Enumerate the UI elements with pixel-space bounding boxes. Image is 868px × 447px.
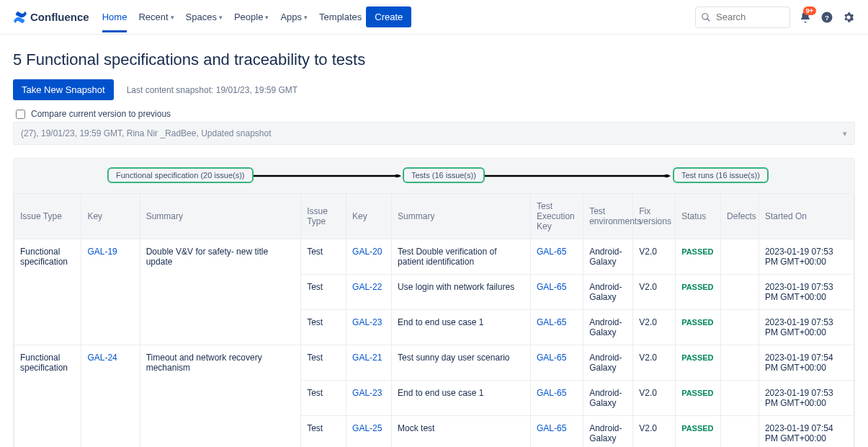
test-env: Android-Galaxy [583,345,633,381]
th-key2[interactable]: Key [346,194,392,239]
test-env: Android-Galaxy [583,239,633,275]
th-summary[interactable]: Summary [140,194,300,239]
status-badge: PASSED [681,353,713,362]
status-cell: PASSED [676,416,721,448]
test-exec-key-link[interactable]: GAL-65 [537,388,566,398]
page-title: 5 Functional specifications and traceabi… [13,50,855,69]
compare-checkbox-row[interactable]: Compare current version to previous [13,109,855,119]
pill-row: Functional specification (20 issue(s)) T… [14,159,854,193]
th-testexec[interactable]: Test Execution Key [531,194,583,239]
defects [721,345,759,381]
test-key-link[interactable]: GAL-23 [352,388,382,398]
nav-item-recent[interactable]: Recent▾ [138,1,174,32]
th-issuetype2[interactable]: Issue Type [301,194,346,239]
status-badge: PASSED [681,389,713,397]
nav-item-people[interactable]: People▾ [234,1,269,32]
test-key-link[interactable]: GAL-23 [352,317,382,327]
spec-summary: Timeout and network recovery mechanism [140,345,300,448]
test-exec-key[interactable]: GAL-65 [531,416,583,448]
spec-key[interactable]: GAL-19 [81,239,140,345]
page-content: 5 Functional specifications and traceabi… [0,35,868,447]
take-snapshot-button[interactable]: Take New Snapshot [13,79,114,100]
brand[interactable]: Confluence [13,10,89,25]
th-fixver[interactable]: Fix versions [633,194,676,239]
nav-item-label: People [234,12,263,22]
notifications-button[interactable]: 9+ [799,11,812,24]
th-defects[interactable]: Defects [721,194,759,239]
nav-item-label: Recent [138,12,168,22]
pill-funcspec: Functional specification (20 issue(s)) [107,167,254,183]
table-row: Functional specificationGAL-24Timeout an… [14,345,854,381]
test-key-link[interactable]: GAL-20 [352,247,382,257]
top-nav: Confluence HomeRecent▾Spaces▾People▾Apps… [0,0,868,35]
test-exec-key-link[interactable]: GAL-65 [537,423,566,433]
defects [721,416,759,448]
test-env: Android-Galaxy [583,310,633,345]
nav-item-label: Spaces [186,12,217,22]
spec-key[interactable]: GAL-24 [81,345,140,448]
fix-version: V2.0 [633,381,676,416]
nav-item-label: Apps [280,12,302,22]
test-exec-key-link[interactable]: GAL-65 [537,317,566,327]
status-badge: PASSED [681,318,713,327]
defects [721,381,759,416]
status-badge: PASSED [681,247,713,256]
nav-item-templates[interactable]: Templates [319,1,362,32]
test-key[interactable]: GAL-23 [346,310,392,345]
th-testenv[interactable]: Test environments [583,194,633,239]
help-icon[interactable]: ? [820,11,833,24]
settings-icon[interactable] [842,11,855,24]
th-summary2[interactable]: Summary [392,194,531,239]
snapshot-info: Last content snapshot: 19/01/23, 19:59 G… [127,85,298,95]
spec-issuetype: Functional specification [14,345,81,448]
spec-key-link[interactable]: GAL-19 [87,247,117,257]
test-key[interactable]: GAL-23 [346,381,392,416]
create-button[interactable]: Create [366,6,411,27]
th-status[interactable]: Status [676,194,721,239]
spec-summary: Double V&V for safety- new title update [140,239,300,345]
traceability-table: Issue Type Key Summary Issue Type Key Su… [14,193,854,447]
test-exec-key[interactable]: GAL-65 [531,239,583,275]
test-key[interactable]: GAL-22 [346,275,392,310]
test-exec-key[interactable]: GAL-65 [531,345,583,381]
test-exec-key[interactable]: GAL-65 [531,275,583,310]
test-exec-key-link[interactable]: GAL-65 [537,247,566,257]
nav-item-label: Home [102,12,127,22]
svg-marker-7 [665,174,671,177]
fix-version: V2.0 [633,345,676,381]
test-summary: End to end use case 1 [392,310,531,345]
test-key[interactable]: GAL-21 [346,345,392,381]
test-summary: Test sunny day user scenario [392,345,531,381]
test-exec-key-link[interactable]: GAL-65 [537,353,566,363]
th-key[interactable]: Key [81,194,140,239]
test-exec-key[interactable]: GAL-65 [531,381,583,416]
version-select[interactable]: (27), 19/01/23, 19:59 GMT, Rina Nir _Rad… [13,122,855,145]
pill-testruns: Test runs (16 issue(s)) [673,167,769,183]
test-summary: Test Double verification of patient iden… [392,239,531,275]
test-exec-key[interactable]: GAL-65 [531,310,583,345]
chevron-down-icon: ▾ [219,14,223,21]
test-key-link[interactable]: GAL-22 [352,282,382,292]
started-on: 2023-01-19 07:53 PM GMT+00:00 [759,310,854,345]
defects [721,275,759,310]
test-exec-key-link[interactable]: GAL-65 [537,282,566,292]
nav-item-spaces[interactable]: Spaces▾ [186,1,223,32]
nav-item-apps[interactable]: Apps▾ [280,1,308,32]
pill-tests: Tests (16 issue(s)) [403,167,485,183]
test-env: Android-Galaxy [583,416,633,448]
spec-key-link[interactable]: GAL-24 [87,353,117,363]
th-issuetype[interactable]: Issue Type [14,194,81,239]
arrow-icon [476,174,671,177]
test-env: Android-Galaxy [583,275,633,310]
nav-item-home[interactable]: Home [102,1,127,32]
th-started[interactable]: Started On [759,194,854,239]
started-on: 2023-01-19 07:53 PM GMT+00:00 [759,239,854,275]
test-key[interactable]: GAL-20 [346,239,392,275]
fix-version: V2.0 [633,310,676,345]
svg-marker-5 [395,174,401,177]
test-key[interactable]: GAL-25 [346,416,392,448]
test-key-link[interactable]: GAL-21 [352,353,382,363]
test-key-link[interactable]: GAL-25 [352,423,382,433]
compare-checkbox[interactable] [16,110,25,119]
traceability-table-wrap: Functional specification (20 issue(s)) T… [13,158,855,447]
